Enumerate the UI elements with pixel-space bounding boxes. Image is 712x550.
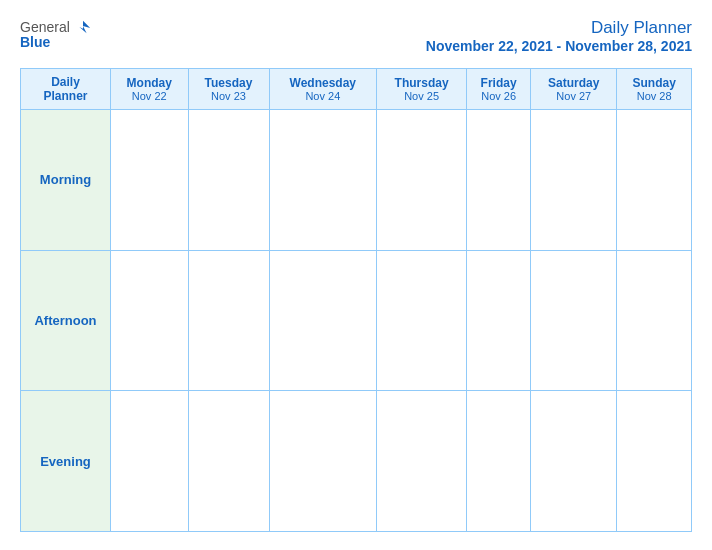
afternoon-thursday[interactable]	[377, 250, 467, 391]
afternoon-saturday[interactable]	[531, 250, 617, 391]
col-tuesday: Tuesday Nov 23	[188, 69, 269, 110]
morning-wednesday[interactable]	[269, 110, 377, 251]
planner-title: Daily Planner	[426, 18, 692, 38]
saturday-label: Saturday	[535, 76, 612, 90]
evening-thursday[interactable]	[377, 391, 467, 532]
title-area: Daily Planner November 22, 2021 - Novemb…	[426, 18, 692, 54]
wednesday-date: Nov 24	[274, 90, 373, 102]
morning-tuesday[interactable]	[188, 110, 269, 251]
morning-sunday[interactable]	[617, 110, 692, 251]
thursday-label: Thursday	[381, 76, 462, 90]
afternoon-wednesday[interactable]	[269, 250, 377, 391]
header-daily: Daily	[25, 75, 106, 89]
afternoon-label: Afternoon	[21, 250, 111, 391]
sunday-date: Nov 28	[621, 90, 687, 102]
morning-monday[interactable]	[111, 110, 189, 251]
afternoon-row: Afternoon	[21, 250, 692, 391]
logo-blue-text: Blue	[20, 34, 50, 50]
col-saturday: Saturday Nov 27	[531, 69, 617, 110]
friday-date: Nov 26	[471, 90, 526, 102]
col-monday: Monday Nov 22	[111, 69, 189, 110]
evening-label: Evening	[21, 391, 111, 532]
morning-friday[interactable]	[467, 110, 531, 251]
sunday-label: Sunday	[621, 76, 687, 90]
afternoon-friday[interactable]	[467, 250, 531, 391]
calendar-table: Daily Planner Monday Nov 22 Tuesday Nov …	[20, 68, 692, 532]
planner-dates: November 22, 2021 - November 28, 2021	[426, 38, 692, 54]
page-header: General Blue Daily Planner November 22, …	[20, 18, 692, 54]
monday-label: Monday	[115, 76, 184, 90]
evening-sunday[interactable]	[617, 391, 692, 532]
thursday-date: Nov 25	[381, 90, 462, 102]
header-planner: Planner	[25, 89, 106, 103]
monday-date: Nov 22	[115, 90, 184, 102]
evening-tuesday[interactable]	[188, 391, 269, 532]
evening-saturday[interactable]	[531, 391, 617, 532]
header-row: Daily Planner Monday Nov 22 Tuesday Nov …	[21, 69, 692, 110]
evening-monday[interactable]	[111, 391, 189, 532]
tuesday-label: Tuesday	[193, 76, 265, 90]
morning-row: Morning	[21, 110, 692, 251]
logo-area: General Blue	[20, 18, 92, 50]
afternoon-tuesday[interactable]	[188, 250, 269, 391]
wednesday-label: Wednesday	[274, 76, 373, 90]
morning-thursday[interactable]	[377, 110, 467, 251]
logo-general-text: General	[20, 19, 70, 35]
friday-label: Friday	[471, 76, 526, 90]
header-label-cell: Daily Planner	[21, 69, 111, 110]
morning-saturday[interactable]	[531, 110, 617, 251]
col-sunday: Sunday Nov 28	[617, 69, 692, 110]
tuesday-date: Nov 23	[193, 90, 265, 102]
svg-marker-0	[79, 21, 90, 34]
evening-wednesday[interactable]	[269, 391, 377, 532]
afternoon-sunday[interactable]	[617, 250, 692, 391]
col-thursday: Thursday Nov 25	[377, 69, 467, 110]
saturday-date: Nov 27	[535, 90, 612, 102]
evening-friday[interactable]	[467, 391, 531, 532]
col-wednesday: Wednesday Nov 24	[269, 69, 377, 110]
evening-row: Evening	[21, 391, 692, 532]
logo-bird-icon	[74, 18, 92, 36]
afternoon-monday[interactable]	[111, 250, 189, 391]
col-friday: Friday Nov 26	[467, 69, 531, 110]
morning-label: Morning	[21, 110, 111, 251]
